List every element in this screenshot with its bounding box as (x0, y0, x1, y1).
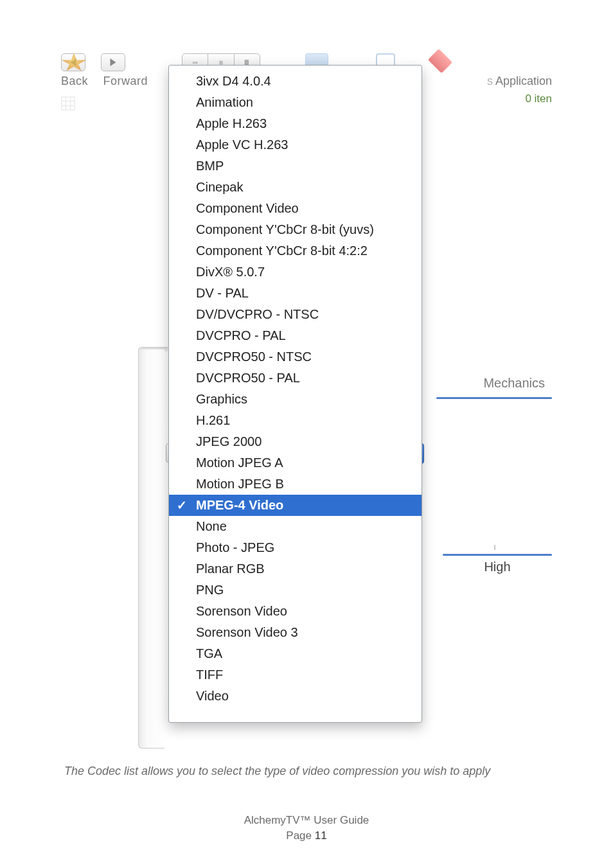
codec-option-label: Motion JPEG A (196, 456, 283, 470)
codec-option-label: PNG (196, 583, 224, 597)
quality-slider-tick: I (443, 544, 552, 551)
forward-arrow-icon (111, 58, 116, 66)
codec-option[interactable]: H.261 (169, 410, 422, 431)
codec-option[interactable]: Component Y'CbCr 8-bit (yuvs) (169, 219, 422, 240)
back-label: Back (61, 75, 88, 88)
codec-option-label: Apple VC H.263 (196, 137, 288, 152)
figure-caption: The Codec list allows you to select the … (64, 765, 552, 778)
quality-value: High (443, 560, 552, 574)
codec-option[interactable]: Sorenson Video 3 (169, 622, 422, 643)
panel-divider-top (436, 397, 552, 399)
codec-option-label: DVCPRO - PAL (196, 328, 286, 342)
codec-option[interactable]: Photo - JPEG (169, 537, 422, 558)
codec-option[interactable]: PNG (169, 580, 422, 601)
codec-option[interactable]: 3ivx D4 4.0.4 (169, 71, 422, 92)
quality-area: I High (443, 544, 552, 574)
footer-title: AlchemyTV™ User Guide (244, 814, 369, 826)
checkmark-icon: ✓ (177, 497, 187, 514)
codec-option-label: Animation (196, 95, 253, 109)
quality-slider-track[interactable] (443, 554, 552, 556)
codec-option-label: Sorenson Video (196, 604, 287, 618)
codec-option-label: Cinepak (196, 180, 243, 194)
codec-option-label: Photo - JPEG (196, 540, 274, 554)
codec-option[interactable]: Graphics (169, 389, 422, 410)
mechanics-tab-label[interactable]: Mechanics (483, 376, 545, 391)
codec-option-label: None (196, 519, 227, 533)
codec-option-label: BMP (196, 159, 224, 173)
forward-button[interactable] (101, 53, 125, 71)
codec-option[interactable]: DivX® 5.0.7 (169, 261, 422, 283)
codec-option[interactable]: Motion JPEG A (169, 452, 422, 474)
codec-option-label: MPEG-4 Video (196, 498, 283, 512)
codec-option-label: TIFF (196, 668, 223, 682)
codec-option-label: Sorenson Video 3 (196, 625, 298, 639)
codec-option[interactable]: Component Y'CbCr 8-bit 4:2:2 (169, 240, 422, 261)
footer-page-no: 11 (315, 829, 327, 842)
forward-label: Forward (103, 75, 148, 88)
applications-header-right: sApplication (487, 75, 552, 88)
codec-option-label: DVCPRO50 - NTSC (196, 350, 312, 364)
codec-option[interactable]: Sorenson Video (169, 601, 422, 622)
codec-option[interactable]: Cinepak (169, 177, 422, 198)
codec-option[interactable]: Apple VC H.263 (169, 134, 422, 155)
dialog-left-edge (138, 350, 164, 748)
nav-labels: Back Forward (61, 75, 159, 88)
codec-option[interactable]: Component Video (169, 198, 422, 219)
codec-option[interactable]: Video (169, 686, 422, 707)
codec-option-label: Graphics (196, 392, 247, 406)
codec-option-label: DVCPRO50 - PAL (196, 371, 300, 385)
codec-option-label: Component Y'CbCr 8-bit (yuvs) (196, 222, 374, 236)
codec-option-label: H.261 (196, 413, 230, 427)
codec-option-label: DV - PAL (196, 286, 249, 300)
codec-option-label: DivX® 5.0.7 (196, 265, 265, 279)
codec-option-label: Apple H.263 (196, 116, 267, 130)
right-header-text: Application (495, 75, 552, 87)
codec-option[interactable]: DV/DVCPRO - NTSC (169, 304, 422, 325)
codec-option-label: DV/DVCPRO - NTSC (196, 307, 319, 321)
item-count: 0 iten (525, 93, 552, 105)
codec-option[interactable]: TIFF (169, 664, 422, 686)
codec-dropdown-menu[interactable]: 3ivx D4 4.0.4AnimationApple H.263Apple V… (168, 65, 422, 723)
svg-rect-0 (62, 97, 75, 110)
right-header-prefix: s (487, 75, 493, 87)
footer-page-label: Page (286, 829, 312, 842)
codec-option-label: Planar RGB (196, 562, 265, 576)
codec-option[interactable]: TGA (169, 643, 422, 664)
codec-option-label: Video (196, 689, 229, 703)
grid-icon (61, 96, 75, 111)
codec-option-label: Component Video (196, 201, 299, 215)
codec-option[interactable]: DV - PAL (169, 283, 422, 304)
codec-option[interactable]: ✓MPEG-4 Video (169, 495, 422, 516)
codec-option[interactable]: None (169, 516, 422, 537)
codec-option[interactable]: DVCPRO50 - PAL (169, 368, 422, 389)
codec-option[interactable]: Planar RGB (169, 558, 422, 580)
page-footer: AlchemyTV™ User Guide Page 11 (0, 814, 613, 842)
codec-option[interactable]: DVCPRO - PAL (169, 325, 422, 346)
codec-option-label: Component Y'CbCr 8-bit 4:2:2 (196, 244, 368, 258)
codec-option-label: Motion JPEG B (196, 477, 284, 491)
codec-option-label: JPEG 2000 (196, 434, 262, 448)
codec-option-label: 3ivx D4 4.0.4 (196, 74, 271, 88)
codec-option[interactable]: Motion JPEG B (169, 474, 422, 495)
codec-option[interactable]: Animation (169, 92, 422, 113)
codec-option-label: TGA (196, 646, 222, 660)
codec-option[interactable]: JPEG 2000 (169, 431, 422, 452)
codec-option[interactable]: DVCPRO50 - NTSC (169, 346, 422, 368)
codec-option[interactable]: BMP (169, 155, 422, 177)
favorites-icon (428, 49, 452, 73)
codec-option[interactable]: Apple H.263 (169, 113, 422, 134)
